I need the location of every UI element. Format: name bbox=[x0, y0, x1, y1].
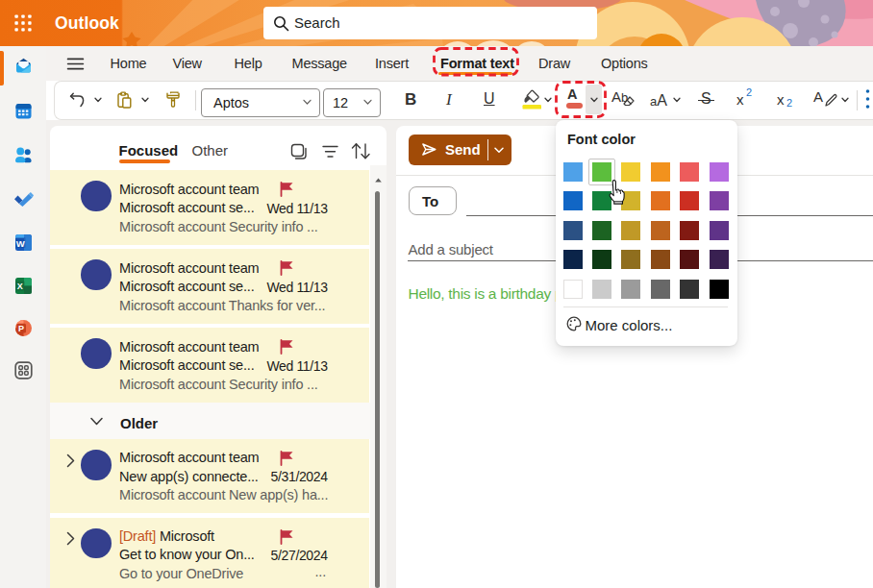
svg-text:P: P bbox=[18, 324, 24, 333]
svg-text:X: X bbox=[17, 282, 23, 291]
svg-text:W: W bbox=[16, 238, 25, 249]
